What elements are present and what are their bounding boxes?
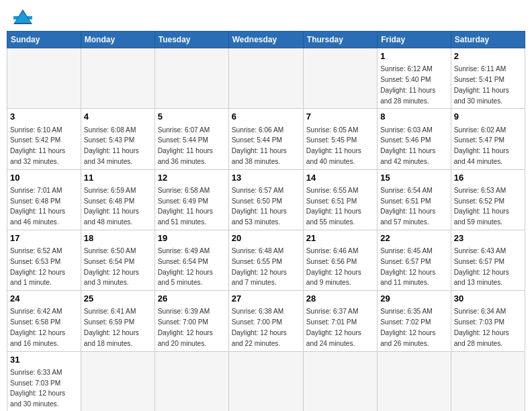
day-info: Sunrise: 6:55 AM Sunset: 6:51 PM Dayligh…: [306, 187, 361, 226]
calendar-cell: 10Sunrise: 7:01 AM Sunset: 6:48 PM Dayli…: [7, 169, 81, 230]
calendar-week-row: 3Sunrise: 6:10 AM Sunset: 5:42 PM Daylig…: [7, 109, 525, 169]
calendar-cell: 31Sunrise: 6:33 AM Sunset: 7:03 PM Dayli…: [7, 351, 81, 411]
calendar-cell: 1Sunrise: 6:12 AM Sunset: 5:40 PM Daylig…: [378, 48, 451, 109]
day-number: 19: [158, 232, 226, 244]
day-number: 3: [10, 111, 78, 123]
calendar-cell: [228, 48, 303, 109]
day-number: 25: [84, 293, 152, 305]
day-number: 21: [306, 232, 374, 244]
day-info: Sunrise: 6:46 AM Sunset: 6:56 PM Dayligh…: [306, 247, 361, 286]
calendar-cell: 24Sunrise: 6:42 AM Sunset: 6:58 PM Dayli…: [7, 291, 81, 351]
day-number: 18: [84, 232, 152, 244]
calendar-cell: 4Sunrise: 6:08 AM Sunset: 5:43 PM Daylig…: [81, 109, 154, 169]
day-info: Sunrise: 6:35 AM Sunset: 7:02 PM Dayligh…: [380, 308, 435, 347]
calendar-cell: 30Sunrise: 6:34 AM Sunset: 7:03 PM Dayli…: [451, 291, 525, 351]
day-info: Sunrise: 6:34 AM Sunset: 7:03 PM Dayligh…: [454, 308, 509, 347]
day-info: Sunrise: 6:37 AM Sunset: 7:01 PM Dayligh…: [306, 308, 361, 347]
header-sunday: Sunday: [7, 32, 81, 48]
day-info: Sunrise: 6:39 AM Sunset: 7:00 PM Dayligh…: [158, 308, 213, 347]
day-number: 5: [158, 111, 226, 123]
day-number: 15: [380, 172, 448, 184]
calendar-cell: 22Sunrise: 6:45 AM Sunset: 6:57 PM Dayli…: [378, 230, 451, 290]
day-number: 29: [380, 293, 448, 305]
day-info: Sunrise: 6:02 AM Sunset: 5:47 PM Dayligh…: [454, 126, 509, 165]
day-number: 23: [454, 232, 522, 244]
day-number: 20: [232, 232, 300, 244]
calendar-week-row: 17Sunrise: 6:52 AM Sunset: 6:53 PM Dayli…: [7, 230, 525, 290]
day-info: Sunrise: 6:52 AM Sunset: 6:53 PM Dayligh…: [10, 247, 65, 286]
day-info: Sunrise: 6:11 AM Sunset: 5:41 PM Dayligh…: [454, 65, 509, 104]
calendar-cell: [81, 48, 154, 109]
day-number: 10: [10, 172, 78, 184]
calendar-cell: 23Sunrise: 6:43 AM Sunset: 6:57 PM Dayli…: [451, 230, 525, 290]
calendar-cell: 14Sunrise: 6:55 AM Sunset: 6:51 PM Dayli…: [303, 169, 377, 230]
header-monday: Monday: [81, 32, 154, 48]
header: [7, 7, 525, 27]
calendar-week-row: 1Sunrise: 6:12 AM Sunset: 5:40 PM Daylig…: [7, 48, 525, 109]
calendar-cell: 9Sunrise: 6:02 AM Sunset: 5:47 PM Daylig…: [451, 109, 525, 169]
calendar-cell: [378, 351, 451, 411]
day-number: 28: [306, 293, 374, 305]
day-number: 6: [232, 111, 300, 123]
header-thursday: Thursday: [303, 32, 377, 48]
header-saturday: Saturday: [451, 32, 525, 48]
day-info: Sunrise: 6:03 AM Sunset: 5:46 PM Dayligh…: [380, 126, 435, 165]
calendar-cell: 2Sunrise: 6:11 AM Sunset: 5:41 PM Daylig…: [451, 48, 525, 109]
day-info: Sunrise: 6:49 AM Sunset: 6:54 PM Dayligh…: [158, 247, 213, 286]
day-number: 9: [454, 111, 522, 123]
calendar-cell: 12Sunrise: 6:58 AM Sunset: 6:49 PM Dayli…: [154, 169, 228, 230]
day-info: Sunrise: 6:43 AM Sunset: 6:57 PM Dayligh…: [454, 247, 509, 286]
calendar-week-row: 10Sunrise: 7:01 AM Sunset: 6:48 PM Dayli…: [7, 169, 525, 230]
day-info: Sunrise: 6:38 AM Sunset: 7:00 PM Dayligh…: [232, 308, 287, 347]
calendar-cell: [7, 48, 81, 109]
calendar-cell: 21Sunrise: 6:46 AM Sunset: 6:56 PM Dayli…: [303, 230, 377, 290]
day-info: Sunrise: 6:53 AM Sunset: 6:52 PM Dayligh…: [454, 187, 509, 226]
calendar-week-row: 24Sunrise: 6:42 AM Sunset: 6:58 PM Dayli…: [7, 291, 525, 351]
calendar-cell: 18Sunrise: 6:50 AM Sunset: 6:54 PM Dayli…: [81, 230, 154, 290]
calendar-cell: [154, 48, 228, 109]
day-number: 12: [158, 172, 226, 184]
day-info: Sunrise: 6:45 AM Sunset: 6:57 PM Dayligh…: [380, 247, 435, 286]
calendar-cell: 28Sunrise: 6:37 AM Sunset: 7:01 PM Dayli…: [303, 291, 377, 351]
day-info: Sunrise: 6:42 AM Sunset: 6:58 PM Dayligh…: [10, 308, 65, 347]
calendar-cell: 27Sunrise: 6:38 AM Sunset: 7:00 PM Dayli…: [228, 291, 303, 351]
calendar-cell: [154, 351, 228, 411]
day-number: 14: [306, 172, 374, 184]
day-info: Sunrise: 6:59 AM Sunset: 6:48 PM Dayligh…: [84, 187, 139, 226]
logo-icon: [13, 9, 32, 24]
calendar-cell: [81, 351, 154, 411]
calendar-cell: 19Sunrise: 6:49 AM Sunset: 6:54 PM Dayli…: [154, 230, 228, 290]
day-info: Sunrise: 6:33 AM Sunset: 7:03 PM Dayligh…: [10, 369, 65, 408]
day-number: 11: [84, 172, 152, 184]
calendar-cell: 16Sunrise: 6:53 AM Sunset: 6:52 PM Dayli…: [451, 169, 525, 230]
calendar-cell: 8Sunrise: 6:03 AM Sunset: 5:46 PM Daylig…: [378, 109, 451, 169]
day-number: 16: [454, 172, 522, 184]
day-info: Sunrise: 6:50 AM Sunset: 6:54 PM Dayligh…: [84, 247, 139, 286]
day-info: Sunrise: 6:05 AM Sunset: 5:45 PM Dayligh…: [306, 126, 361, 165]
day-number: 17: [10, 232, 78, 244]
calendar-cell: 3Sunrise: 6:10 AM Sunset: 5:42 PM Daylig…: [7, 109, 81, 169]
calendar-header-row: SundayMondayTuesdayWednesdayThursdayFrid…: [7, 32, 525, 48]
day-info: Sunrise: 6:06 AM Sunset: 5:44 PM Dayligh…: [232, 126, 287, 165]
header-wednesday: Wednesday: [228, 32, 303, 48]
day-info: Sunrise: 6:54 AM Sunset: 6:51 PM Dayligh…: [380, 187, 435, 226]
logo: [11, 9, 34, 24]
calendar-cell: [303, 351, 377, 411]
day-info: Sunrise: 6:08 AM Sunset: 5:43 PM Dayligh…: [84, 126, 139, 165]
day-number: 30: [454, 293, 522, 305]
day-info: Sunrise: 6:58 AM Sunset: 6:49 PM Dayligh…: [158, 187, 213, 226]
day-info: Sunrise: 6:48 AM Sunset: 6:55 PM Dayligh…: [232, 247, 287, 286]
calendar-cell: 6Sunrise: 6:06 AM Sunset: 5:44 PM Daylig…: [228, 109, 303, 169]
day-info: Sunrise: 6:41 AM Sunset: 6:59 PM Dayligh…: [84, 308, 139, 347]
calendar-cell: 7Sunrise: 6:05 AM Sunset: 5:45 PM Daylig…: [303, 109, 377, 169]
header-friday: Friday: [378, 32, 451, 48]
calendar-cell: [228, 351, 303, 411]
calendar-cell: [303, 48, 377, 109]
calendar-cell: 20Sunrise: 6:48 AM Sunset: 6:55 PM Dayli…: [228, 230, 303, 290]
calendar-cell: 5Sunrise: 6:07 AM Sunset: 5:44 PM Daylig…: [154, 109, 228, 169]
header-tuesday: Tuesday: [154, 32, 228, 48]
day-info: Sunrise: 6:12 AM Sunset: 5:40 PM Dayligh…: [380, 65, 435, 104]
day-info: Sunrise: 6:07 AM Sunset: 5:44 PM Dayligh…: [158, 126, 213, 165]
calendar-week-row: 31Sunrise: 6:33 AM Sunset: 7:03 PM Dayli…: [7, 351, 525, 411]
calendar-cell: 15Sunrise: 6:54 AM Sunset: 6:51 PM Dayli…: [378, 169, 451, 230]
